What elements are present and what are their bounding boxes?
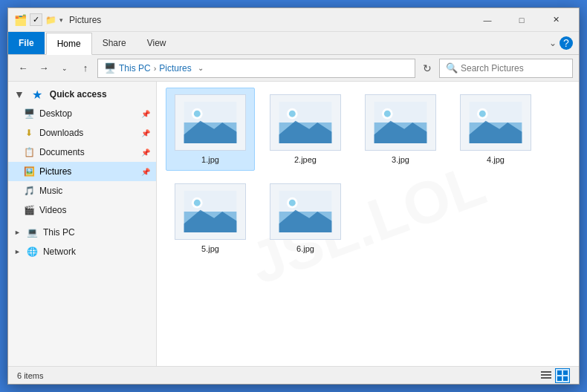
file-item-2[interactable]: 2.jpeg <box>261 88 350 171</box>
sidebar-item-music[interactable]: 🎵 Music <box>8 181 156 200</box>
videos-icon: 🎬 <box>23 204 35 216</box>
path-dropdown-arrow[interactable]: ⌄ <box>198 64 204 72</box>
file-thumb-1 <box>175 94 246 151</box>
help-button[interactable]: ? <box>560 36 573 50</box>
sidebar-label-videos: Videos <box>39 205 66 215</box>
expand-ribbon-btn[interactable]: ⌄ <box>549 38 557 48</box>
sidebar-label-music: Music <box>39 186 62 196</box>
forward-button[interactable]: → <box>35 59 53 77</box>
tab-view[interactable]: View <box>137 32 177 54</box>
svg-point-19 <box>479 111 486 117</box>
sidebar-label-thispc: This PC <box>43 227 75 238</box>
file-name-5: 5.jpg <box>201 244 219 253</box>
svg-point-24 <box>194 200 201 206</box>
svg-point-14 <box>384 111 391 117</box>
svg-rect-32 <box>541 377 551 379</box>
search-input[interactable] <box>461 63 572 74</box>
pin-icon-documents: 📌 <box>141 148 150 157</box>
tb-folder-icon: 📁 <box>45 15 56 25</box>
desktop-icon: 🖥️ <box>23 108 35 120</box>
quick-access-label: Quick access <box>50 89 107 99</box>
explorer-window: 🗂️ ✓ 📁 ▾ Pictures — □ ✕ File Home Share … <box>7 7 580 385</box>
address-path-box[interactable]: 🖥️ This PC › Pictures ⌄ <box>97 59 415 78</box>
sidebar-item-downloads[interactable]: ⬇ Downloads 📌 <box>8 123 156 143</box>
file-name-3: 3.jpg <box>392 155 409 164</box>
tb-check-icon: ✓ <box>30 13 42 26</box>
back-button[interactable]: ← <box>14 59 32 77</box>
svg-rect-30 <box>541 371 551 373</box>
path-icon: 🖥️ <box>104 62 116 74</box>
sidebar-item-pictures[interactable]: 🖼️ Pictures 📌 <box>8 162 156 181</box>
documents-icon: 📋 <box>23 146 35 158</box>
view-mode-buttons <box>539 368 570 383</box>
search-icon: 🔍 <box>446 62 458 74</box>
file-grid: 1.jpg 2.jpeg <box>166 88 570 260</box>
window-title: Pictures <box>69 15 470 25</box>
sidebar-item-network[interactable]: ► 🌐 Network <box>8 242 156 261</box>
sidebar: ▼ ★ Quick access 🖥️ Desktop 📌 ⬇ Download… <box>8 82 157 366</box>
maximize-button[interactable]: □ <box>505 8 539 32</box>
list-view-button[interactable] <box>539 368 554 383</box>
svg-point-9 <box>289 111 296 117</box>
file-thumb-6 <box>270 183 341 240</box>
tab-file[interactable]: File <box>8 32 45 54</box>
tile-view-button[interactable] <box>555 368 570 383</box>
file-name-1: 1.jpg <box>201 155 219 164</box>
file-item-4[interactable]: 4.jpg <box>451 88 540 171</box>
file-name-4: 4.jpg <box>487 155 505 164</box>
file-item-6[interactable]: 6.jpg <box>261 177 350 260</box>
file-thumb-2 <box>270 94 341 151</box>
item-count: 6 items <box>17 371 43 380</box>
search-box[interactable]: 🔍 <box>439 59 573 78</box>
ribbon-tab-bar: File Home Share View ⌄ ? <box>8 32 579 54</box>
recent-locations-button[interactable]: ⌄ <box>56 59 74 77</box>
ribbon: File Home Share View ⌄ ? <box>8 32 579 55</box>
downloads-icon: ⬇ <box>23 127 35 139</box>
file-thumb-5 <box>175 183 246 240</box>
minimize-button[interactable]: — <box>470 8 505 32</box>
sidebar-item-documents[interactable]: 📋 Documents 📌 <box>8 143 156 162</box>
file-thumb-4 <box>460 94 531 151</box>
tab-share[interactable]: Share <box>92 32 137 54</box>
svg-rect-34 <box>563 370 568 375</box>
title-bar: 🗂️ ✓ 📁 ▾ Pictures — □ ✕ <box>8 8 579 32</box>
refresh-button[interactable]: ↻ <box>418 59 436 77</box>
file-name-6: 6.jpg <box>296 244 314 253</box>
path-this-pc[interactable]: This PC <box>119 63 151 74</box>
sidebar-item-thispc[interactable]: ► 💻 This PC <box>8 223 156 242</box>
sidebar-item-desktop[interactable]: 🖥️ Desktop 📌 <box>8 104 156 123</box>
file-image-5 <box>184 191 237 232</box>
file-item-1[interactable]: 1.jpg <box>166 88 255 171</box>
svg-rect-36 <box>563 376 568 381</box>
sidebar-label-desktop: Desktop <box>39 108 72 119</box>
main-content: ▼ ★ Quick access 🖥️ Desktop 📌 ⬇ Download… <box>8 82 579 366</box>
up-button[interactable]: ↑ <box>77 59 94 77</box>
svg-rect-35 <box>557 376 562 381</box>
svg-point-4 <box>194 111 201 117</box>
path-pictures[interactable]: Pictures <box>159 63 191 74</box>
file-name-2: 2.jpeg <box>294 155 317 164</box>
pin-icon-desktop: 📌 <box>141 110 150 118</box>
window-controls: — □ ✕ <box>470 8 573 32</box>
sidebar-label-network: Network <box>43 246 76 257</box>
quick-access-header: ▼ ★ Quick access <box>8 85 156 104</box>
file-image-3 <box>374 102 427 143</box>
tab-home[interactable]: Home <box>46 33 92 55</box>
sidebar-item-videos[interactable]: 🎬 Videos <box>8 200 156 220</box>
ribbon-expand: ⌄ ? <box>549 36 579 50</box>
sidebar-label-documents: Documents <box>39 147 85 157</box>
file-item-3[interactable]: 3.jpg <box>356 88 445 171</box>
pin-icon-pictures: 📌 <box>141 168 150 176</box>
svg-rect-31 <box>541 374 551 376</box>
pictures-icon: 🖼️ <box>23 166 35 177</box>
svg-rect-33 <box>557 370 562 375</box>
file-image-1 <box>184 102 237 143</box>
file-item-5[interactable]: 5.jpg <box>166 177 255 260</box>
sidebar-label-pictures: Pictures <box>39 166 71 177</box>
quick-access-star: ★ <box>32 88 42 102</box>
network-icon: 🌐 <box>27 246 39 258</box>
tb-down-arrow: ▾ <box>59 16 63 24</box>
close-button[interactable]: ✕ <box>539 8 573 32</box>
file-thumb-3 <box>365 94 436 151</box>
sidebar-label-downloads: Downloads <box>39 128 83 138</box>
